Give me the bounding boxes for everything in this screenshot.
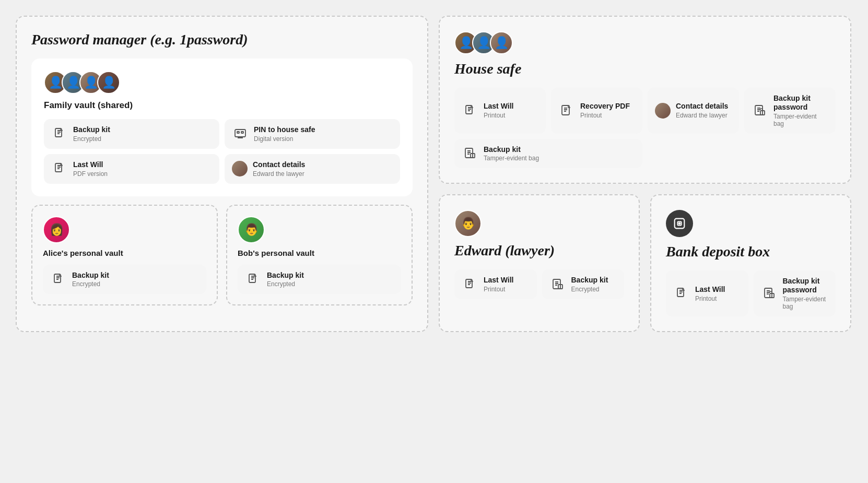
house-safe-items-row1: Last Will Printout Recovery PDF <box>454 88 836 134</box>
house-recovery-pdf-item: Recovery PDF Printout <box>551 88 642 134</box>
house-avatar3: 👤 <box>490 31 513 54</box>
edward-will-label: Last Will <box>484 276 513 285</box>
bank-will-label: Last Will <box>695 285 725 294</box>
family-avatar-group: 👤 👤 👤 👤 <box>44 71 400 94</box>
alice-backup-kit-item: Backup kit Encrypted <box>43 265 206 294</box>
svg-point-18 <box>679 223 680 224</box>
house-backup-kit-label: Backup kit <box>484 145 539 154</box>
edward-avatar: 👨 <box>454 210 482 237</box>
house-safe-section: 👤 👤 👤 House safe Last Will <box>439 16 851 184</box>
svg-rect-20 <box>765 288 772 298</box>
svg-rect-2 <box>237 132 239 133</box>
house-backup-pwd-label: Backup kit password <box>773 94 828 112</box>
house-will-icon <box>462 102 478 119</box>
bank-icon <box>666 210 693 237</box>
edward-backup-item: Backup kit Encrypted <box>542 269 625 299</box>
house-contact-label: Contact details <box>676 102 728 111</box>
password-manager-section: Password manager (e.g. 1password) 👤 👤 👤 … <box>16 16 428 332</box>
edward-title: Edward (lawyer) <box>454 242 624 259</box>
bank-backup-pwd-item: Backup kit password Tamper-evident bag <box>754 270 836 316</box>
house-backup-kit-icon <box>462 145 478 162</box>
family-backup-kit-item: Backup kit Encrypted <box>44 119 219 149</box>
family-backup-kit-label: Backup kit <box>73 125 110 134</box>
house-backup-kit-sub: Tamper-evident bag <box>484 155 539 162</box>
alice-backup-icon <box>50 271 67 288</box>
bob-vault-title: Bob's personal vault <box>238 249 401 257</box>
bob-avatar: 👨 <box>238 216 265 243</box>
family-vault-title: Family vault (shared) <box>44 100 400 111</box>
bank-items: Last Will Printout <box>666 270 836 316</box>
alice-vault-title: Alice's personal vault <box>43 249 206 257</box>
bob-backup-sub: Encrypted <box>267 280 304 288</box>
family-vault-items: Backup kit Encrypted <box>44 119 400 184</box>
family-contact-sub: Edward the lawyer <box>253 170 305 178</box>
family-last-will-item: Last Will PDF version <box>44 154 219 184</box>
bob-backup-kit-item: Backup kit Encrypted <box>238 265 401 294</box>
document-icon <box>51 125 68 142</box>
pin-sub: Digital version <box>254 135 315 143</box>
svg-rect-11 <box>465 148 473 158</box>
family-last-will-label: Last Will <box>73 160 108 169</box>
house-will-label: Last Will <box>484 102 513 111</box>
house-pdf-label: Recovery PDF <box>580 102 630 111</box>
house-safe-items-row2: Backup kit Tamper-evident bag <box>454 139 836 169</box>
edward-contact-avatar <box>232 161 248 176</box>
svg-rect-14 <box>553 279 560 289</box>
house-backup-kit-item: Backup kit Tamper-evident bag <box>454 139 642 169</box>
bank-will-icon <box>673 285 690 302</box>
edward-last-will-item: Last Will Printout <box>454 269 537 299</box>
house-last-will-item: Last Will Printout <box>454 88 546 134</box>
svg-rect-1 <box>235 129 245 137</box>
edward-backup-icon <box>549 276 566 293</box>
sub-vaults-row: 👩 Alice's personal vault Backup kit Encr… <box>31 205 413 306</box>
edward-items: Last Will Printout <box>454 269 624 299</box>
svg-rect-9 <box>755 105 763 115</box>
house-backup-pwd-icon <box>752 102 768 119</box>
bank-backup-icon <box>761 285 778 302</box>
bank-title: Bank deposit box <box>666 243 836 260</box>
bank-section: Bank deposit box Last Will <box>650 194 851 332</box>
computer-icon <box>232 125 249 142</box>
alice-backup-label: Backup kit <box>72 271 109 280</box>
svg-rect-3 <box>241 132 243 133</box>
pin-house-safe-item: PIN to house safe Digital version <box>225 119 400 149</box>
family-contact-details-item: Contact details Edward the lawyer <box>225 154 400 184</box>
password-manager-title: Password manager (e.g. 1password) <box>31 31 413 48</box>
will-document-icon <box>51 160 68 177</box>
bank-last-will-item: Last Will Printout <box>666 270 748 316</box>
edward-backup-label: Backup kit <box>571 276 608 285</box>
alice-backup-sub: Encrypted <box>72 280 109 288</box>
edward-backup-sub: Encrypted <box>571 286 608 293</box>
bob-backup-icon <box>245 271 262 288</box>
right-column: 👤 👤 👤 House safe Last Will <box>439 16 851 332</box>
house-pdf-icon <box>558 102 575 119</box>
bob-vault-box: 👨 Bob's personal vault Backup kit Encryp… <box>226 205 413 306</box>
bank-backup-label: Backup kit password <box>783 277 829 294</box>
house-contact-sub: Edward the lawyer <box>676 112 728 119</box>
house-contact-item: Contact details Edward the lawyer <box>648 88 739 134</box>
bank-will-sub: Printout <box>695 295 725 302</box>
alice-avatar: 👩 <box>43 216 70 243</box>
house-safe-avatars: 👤 👤 👤 <box>454 31 836 54</box>
family-last-will-sub: PDF version <box>73 170 108 178</box>
house-safe-title: House safe <box>454 61 836 77</box>
house-will-sub: Printout <box>484 112 513 119</box>
bob-backup-label: Backup kit <box>267 271 304 280</box>
house-backup-pwd-item: Backup kit password Tamper-evident bag <box>744 88 836 134</box>
edward-will-sub: Printout <box>484 286 513 293</box>
edward-will-icon <box>462 276 478 293</box>
alice-vault-box: 👩 Alice's personal vault Backup kit Encr… <box>31 205 218 306</box>
house-backup-pwd-sub: Tamper-evident bag <box>773 113 828 127</box>
bank-backup-sub: Tamper-evident bag <box>783 296 829 310</box>
avatar-person4: 👤 <box>97 71 120 94</box>
edward-section: 👨 Edward (lawyer) <box>439 194 640 332</box>
family-contact-label: Contact details <box>253 160 305 169</box>
family-vault-card: 👤 👤 👤 👤 Family vault (shared) <box>31 58 413 196</box>
house-contact-avatar <box>655 103 671 119</box>
family-backup-kit-sub: Encrypted <box>73 135 110 143</box>
house-pdf-sub: Printout <box>580 112 630 119</box>
pin-label: PIN to house safe <box>254 125 315 134</box>
bottom-row: 👨 Edward (lawyer) <box>439 194 851 332</box>
